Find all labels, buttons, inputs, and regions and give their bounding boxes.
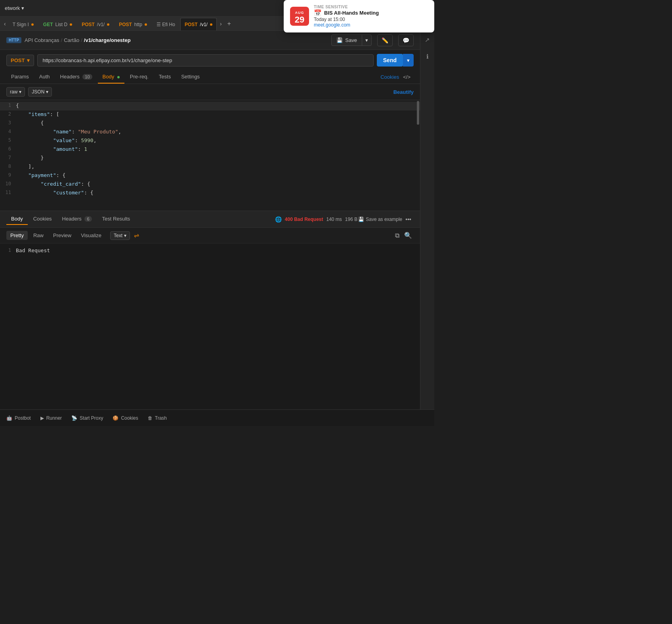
cookies-icon: 🍪	[113, 415, 118, 421]
tab-params[interactable]: Params	[6, 70, 34, 84]
body-toolbar: raw JSON Beautify	[0, 84, 420, 100]
tab-item-5[interactable]: ☰ Efi Ho	[152, 18, 179, 30]
tab-label: /v1/	[200, 22, 208, 27]
tab-label: http	[134, 22, 142, 27]
tab-dot	[145, 23, 147, 26]
code-line-11: 11 "customer": {	[0, 189, 420, 198]
http-badge: HTTP	[6, 37, 21, 43]
tab-body[interactable]: Body	[98, 70, 124, 84]
trash-button[interactable]: 🗑 Trash	[148, 415, 167, 421]
resp-tab-body[interactable]: Body	[6, 213, 28, 225]
resp-tab-headers[interactable]: Headers 6	[57, 213, 97, 225]
url-input[interactable]	[37, 54, 373, 67]
tab-dot	[31, 23, 34, 26]
raw-chevron	[19, 89, 21, 95]
status-code: 400 Bad Request	[285, 217, 323, 222]
cookies-link[interactable]: Cookies	[380, 74, 399, 80]
app-title: etwork ▾	[5, 5, 24, 11]
status-badge: 🌐 400 Bad Request 140 ms 196 B	[275, 216, 357, 223]
copy-response-button[interactable]: ⧉	[393, 230, 401, 241]
save-example-button[interactable]: 💾 Save as example	[358, 217, 402, 222]
notification-label: TIME SENSITIVE	[314, 5, 428, 9]
tab-tests[interactable]: Tests	[154, 70, 176, 84]
request-tabs: Params Auth Headers 10 Body Pre-req. Tes…	[0, 70, 420, 84]
send-dropdown-button[interactable]: ▾	[403, 54, 414, 67]
globe-icon: 🌐	[275, 216, 282, 223]
tab-prereq[interactable]: Pre-req.	[125, 70, 153, 84]
trash-icon: 🗑	[148, 415, 153, 421]
method-chevron	[27, 57, 30, 63]
edit-icon-button[interactable]: ✏️	[377, 34, 393, 46]
tab-prev-button[interactable]: ‹	[2, 19, 8, 29]
fmt-tab-preview[interactable]: Preview	[49, 231, 75, 240]
format-raw-select[interactable]: raw	[6, 87, 25, 97]
format-json-select[interactable]: JSON	[28, 87, 52, 97]
more-options-button[interactable]: •••	[403, 215, 414, 223]
resp-tab-test-results[interactable]: Test Results	[97, 213, 135, 225]
response-tabs-bar: Body Cookies Headers 6 Test Results 🌐 40…	[0, 211, 420, 228]
code-line-5: 5 "value": 5990,	[0, 137, 420, 145]
code-line-10: 10 "credit_card": {	[0, 180, 420, 189]
code-line-9: 9 "payment": {	[0, 171, 420, 180]
tab-dot	[107, 23, 109, 26]
tab-label: T Sign I	[13, 22, 29, 27]
code-editor[interactable]: 1 { 2 "items": [ 3 { 4 "name": "Meu Prod…	[0, 100, 420, 211]
cookies-button[interactable]: 🍪 Cookies	[113, 415, 138, 421]
editor-scrollbar[interactable]	[417, 101, 419, 125]
fmt-tab-raw[interactable]: Raw	[29, 231, 48, 240]
save-dropdown-button[interactable]: ▾	[362, 35, 371, 46]
tab-item-4[interactable]: POST http	[115, 18, 151, 30]
tab-headers[interactable]: Headers 10	[55, 70, 97, 84]
sidebar-info-button[interactable]: ℹ	[424, 51, 431, 63]
main-content: etwork ▾ 🔍 ‹ T Sign I GET List D POST /v…	[0, 0, 420, 409]
tab-method-post: POST	[82, 22, 95, 27]
tab-next-button[interactable]: ›	[218, 19, 224, 29]
tab-dot	[70, 23, 72, 26]
sidebar-arrows-button[interactable]: ↗	[422, 34, 432, 46]
code-line-7: 7 }	[0, 154, 420, 163]
tab-item-6-active[interactable]: POST /v1/	[180, 18, 217, 30]
body-active-dot	[117, 76, 120, 78]
resp-headers-count: 6	[84, 216, 92, 222]
cal-month: AUG	[295, 11, 304, 15]
search-response-button[interactable]: 🔍	[403, 230, 414, 241]
tab-method-get: GET	[43, 22, 53, 27]
tab-label: List D	[55, 22, 67, 27]
fmt-tab-visualize[interactable]: Visualize	[77, 231, 105, 240]
response-format-bar: Pretty Raw Preview Visualize Text ⇌ ⧉ 🔍	[0, 228, 420, 244]
send-button[interactable]: Send	[377, 54, 403, 67]
notification-text: TIME SENSITIVE 📅 BIS All-Hands Meeting T…	[314, 5, 428, 28]
right-sidebar: 💬 ↗ ℹ	[420, 14, 434, 409]
tab-item-1[interactable]: T Sign I	[8, 18, 38, 30]
text-type-select[interactable]: Text	[110, 231, 130, 240]
save-button[interactable]: 💾 Save	[332, 35, 362, 46]
fmt-tab-pretty[interactable]: Pretty	[6, 231, 28, 240]
notification-time: Today at 15:00	[314, 17, 428, 22]
tab-item-2[interactable]: GET List D	[39, 18, 76, 30]
beautify-button[interactable]: Beautify	[393, 89, 414, 95]
tab-dot	[210, 23, 212, 26]
tab-add-button[interactable]: +	[224, 19, 234, 29]
tab-auth[interactable]: Auth	[34, 70, 55, 84]
proxy-icon: 📡	[71, 415, 77, 421]
comment-icon-button[interactable]: 💬	[398, 34, 414, 46]
postbot-icon: 🤖	[6, 415, 12, 421]
notification-banner: AUG 29 TIME SENSITIVE 📅 BIS All-Hands Me…	[284, 0, 434, 32]
wrap-button[interactable]: ⇌	[134, 232, 139, 239]
response-body: 1 Bad Request	[0, 244, 420, 409]
code-line-6: 6 "amount": 1	[0, 145, 420, 154]
code-line-4: 4 "name": "Meu Produto",	[0, 128, 420, 137]
cal-day: 29	[295, 15, 304, 24]
tab-settings[interactable]: Settings	[176, 70, 204, 84]
start-proxy-button[interactable]: 📡 Start Proxy	[71, 415, 103, 421]
postbot-button[interactable]: 🤖 Postbot	[6, 415, 31, 421]
breadcrumb: API Cobranças / Cartão / /v1/charge/ones…	[25, 37, 131, 43]
method-select[interactable]: POST	[6, 55, 34, 66]
code-button[interactable]: </>	[400, 72, 414, 82]
response-time: 140 ms	[326, 217, 342, 222]
resp-tab-cookies[interactable]: Cookies	[29, 213, 57, 225]
runner-icon: ▶	[40, 415, 44, 421]
runner-button[interactable]: ▶ Runner	[40, 415, 62, 421]
tab-item-3[interactable]: POST /v1/	[77, 18, 114, 30]
resp-line-1: 1 Bad Request	[0, 247, 420, 255]
